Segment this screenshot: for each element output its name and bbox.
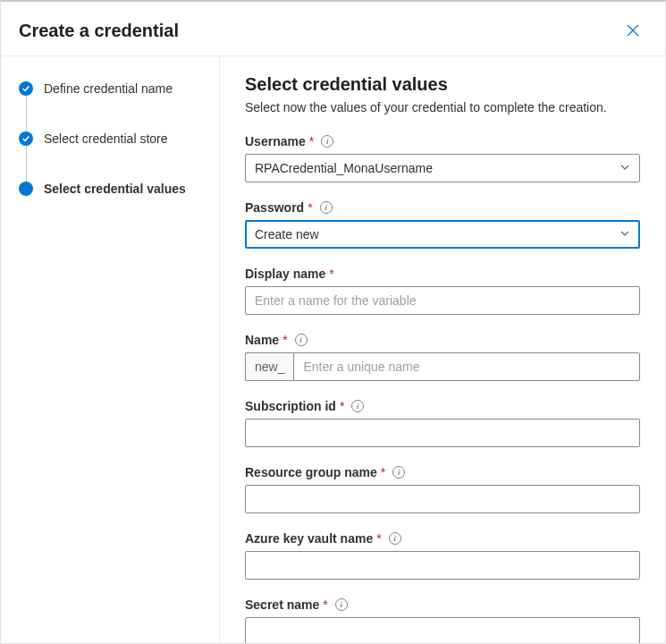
field-label: Secret name * i: [245, 597, 640, 612]
info-icon[interactable]: i: [295, 334, 308, 346]
info-icon[interactable]: i: [321, 135, 333, 148]
field-label: Name * i: [245, 333, 640, 347]
field-secret-name: Secret name * i: [245, 597, 640, 643]
current-step-icon: [19, 182, 33, 196]
close-button[interactable]: [619, 16, 647, 45]
field-label: Password * i: [245, 200, 640, 215]
step-label: Select credential store: [44, 131, 168, 146]
step-select-credential-store[interactable]: Select credential store: [19, 131, 201, 146]
password-select[interactable]: Create new: [245, 220, 640, 249]
info-icon[interactable]: i: [320, 201, 333, 214]
chevron-down-icon: [620, 227, 630, 242]
create-credential-panel: Create a credential Define credential na…: [0, 0, 666, 644]
main-content: Select credential values Select now the …: [220, 56, 665, 643]
field-resource-group-name: Resource group name * i: [245, 465, 640, 513]
check-icon: [19, 131, 33, 146]
info-icon[interactable]: i: [335, 598, 348, 611]
field-label: Subscription id * i: [245, 399, 640, 413]
field-label: Username * i: [245, 134, 640, 148]
panel-header: Create a credential: [1, 2, 665, 56]
field-label: Display name *: [245, 267, 640, 281]
password-value: Create new: [255, 227, 319, 242]
name-input[interactable]: [293, 352, 640, 381]
name-input-group: new_: [245, 352, 640, 381]
subscription-id-input[interactable]: [245, 419, 640, 447]
step-label: Select credential values: [44, 182, 186, 196]
username-value: RPACredential_MonaUsername: [255, 161, 433, 175]
section-subtitle: Select now the values of your credential…: [245, 100, 640, 114]
field-username: Username * i RPACredential_MonaUsername: [245, 134, 640, 182]
display-name-input[interactable]: [245, 286, 640, 315]
step-label: Define credential name: [44, 81, 173, 96]
required-asterisk: *: [309, 134, 314, 148]
field-azure-key-vault-name: Azure key vault name * i: [245, 531, 640, 580]
required-asterisk: *: [340, 399, 344, 413]
check-icon: [19, 81, 33, 96]
field-name: Name * i new_: [245, 333, 640, 381]
resource-group-name-input[interactable]: [245, 485, 640, 513]
close-icon: [627, 24, 639, 37]
field-password: Password * i Create new: [245, 200, 640, 249]
required-asterisk: *: [376, 531, 381, 546]
required-asterisk: *: [282, 333, 287, 347]
required-asterisk: *: [308, 200, 312, 215]
section-title: Select credential values: [245, 74, 640, 95]
info-icon[interactable]: i: [351, 400, 364, 412]
wizard-steps-sidebar: Define credential name Select credential…: [1, 56, 220, 643]
field-subscription-id: Subscription id * i: [245, 399, 640, 447]
panel-title: Create a credential: [19, 21, 179, 41]
field-label: Resource group name * i: [245, 465, 640, 479]
username-select[interactable]: RPACredential_MonaUsername: [245, 154, 640, 182]
required-asterisk: *: [323, 597, 327, 612]
field-label: Azure key vault name * i: [245, 531, 640, 546]
secret-name-input[interactable]: [245, 617, 640, 643]
step-define-credential-name[interactable]: Define credential name: [19, 81, 201, 96]
step-connector: [26, 96, 27, 131]
step-connector: [26, 146, 27, 182]
azure-key-vault-name-input[interactable]: [245, 551, 640, 580]
required-asterisk: *: [381, 465, 385, 479]
panel-body: Define credential name Select credential…: [1, 56, 665, 643]
step-select-credential-values[interactable]: Select credential values: [19, 182, 201, 196]
name-prefix: new_: [245, 352, 293, 381]
required-asterisk: *: [329, 267, 333, 281]
field-display-name: Display name *: [245, 267, 640, 315]
chevron-down-icon: [620, 161, 630, 175]
info-icon[interactable]: i: [392, 466, 405, 479]
info-icon[interactable]: i: [389, 532, 401, 545]
